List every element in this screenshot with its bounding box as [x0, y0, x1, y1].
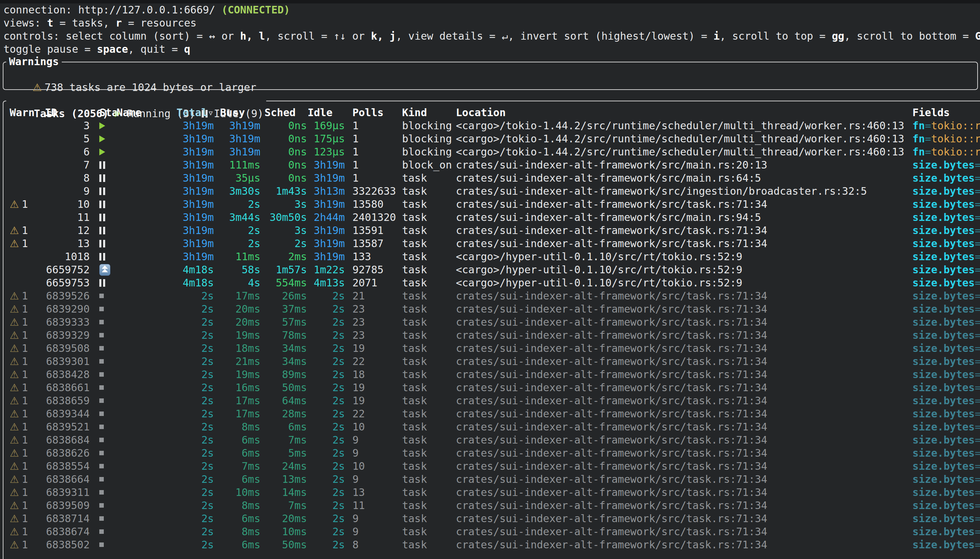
busy-cell: 3h19m	[214, 132, 260, 146]
task-row[interactable]: ⚠168386262s6ms5ms2s9taskcrates/sui-index…	[3, 447, 980, 460]
total-cell: 3h19m	[168, 146, 214, 159]
col-header-name[interactable]: Name	[117, 106, 168, 119]
col-header-state[interactable]: State	[89, 106, 117, 119]
task-row[interactable]: 73h19m111ms0ns3h19m1block_oncrates/sui-i…	[3, 159, 980, 172]
task-id-cell: 10	[41, 198, 89, 211]
location-cell: <cargo>/hyper-util-0.1.10/src/rt/tokio.r…	[452, 263, 912, 276]
sched-value: 64ms	[282, 395, 307, 407]
task-row[interactable]: 83h19m35µs0ns3h19m1taskcrates/sui-indexe…	[3, 172, 980, 185]
task-row[interactable]: ⚠168386612s16ms50ms2s19taskcrates/sui-in…	[3, 381, 980, 394]
stopped-icon	[99, 359, 104, 364]
idle-value: 2s	[333, 486, 345, 498]
col-header-warn[interactable]: Warn	[3, 106, 41, 119]
task-row[interactable]: 53h19m3h19m0ns175µs1blocking<cargo>/toki…	[3, 132, 980, 146]
col-header-sched[interactable]: Sched	[260, 106, 307, 119]
state-cell	[89, 289, 117, 303]
task-row[interactable]: ⚠168385022s6ms50ms2s8taskcrates/sui-inde…	[3, 538, 980, 551]
warning-icon: ⚠	[10, 526, 19, 538]
task-row[interactable]: ⚠168387142s6ms20ms2s9taskcrates/sui-inde…	[3, 512, 980, 525]
total-cell: 3h19m	[168, 250, 214, 263]
task-row[interactable]: ⚠168395262s17ms26ms2s21taskcrates/sui-in…	[3, 289, 980, 303]
busy-value: 19ms	[235, 369, 260, 380]
warn-cell: ⚠1	[3, 407, 41, 420]
task-row[interactable]: ⚠1103h19m2s3s3h19m13580taskcrates/sui-in…	[3, 198, 980, 211]
sched-value: 26ms	[282, 290, 307, 302]
task-row[interactable]: 66597524m18s58s1m57s1m22s92785task<cargo…	[3, 263, 980, 276]
task-row[interactable]: ⚠168385542s7ms24ms2s10taskcrates/sui-ind…	[3, 460, 980, 473]
task-row[interactable]: ⚠168386742s8ms10ms2s9taskcrates/sui-inde…	[3, 525, 980, 538]
col-header-kind[interactable]: Kind	[396, 106, 452, 119]
warning-icon: ⚠	[10, 421, 19, 433]
task-row[interactable]: ⚠168386642s6ms13ms2s9taskcrates/sui-inde…	[3, 473, 980, 486]
task-row[interactable]: ⚠168395092s8ms7ms2s11taskcrates/sui-inde…	[3, 499, 980, 512]
col-header-polls[interactable]: Polls	[345, 106, 396, 119]
field-key: size.bytes	[912, 460, 975, 472]
task-row[interactable]: 93h19m3m30s1m43s3h13m3322633taskcrates/s…	[3, 185, 980, 198]
total-value: 4m18s	[183, 264, 214, 276]
sched-value: 50ms	[282, 382, 307, 394]
warn-cell	[3, 172, 41, 185]
task-row[interactable]: ⚠168393332s20ms57ms2s23taskcrates/sui-in…	[3, 316, 980, 329]
task-row[interactable]: ⚠1123h19m2s3s3h19m13591taskcrates/sui-in…	[3, 224, 980, 237]
task-row[interactable]: 113h19m3m44s30m50s2h44m2401320taskcrates…	[3, 211, 980, 224]
field-key: size.bytes	[912, 499, 975, 511]
task-row[interactable]: ⚠168393112s10ms14ms2s13taskcrates/sui-in…	[3, 486, 980, 499]
task-row[interactable]: ⚠168393012s21ms34ms2s22taskcrates/sui-in…	[3, 355, 980, 368]
col-header-location[interactable]: Location	[452, 106, 912, 119]
task-row[interactable]: ⚠168393292s19ms78ms2s23taskcrates/sui-in…	[3, 329, 980, 342]
warn-cell: ⚠1	[3, 198, 41, 211]
task-row[interactable]: 10183h19m11ms2ms3h19m133task<cargo>/hype…	[3, 250, 980, 263]
task-row[interactable]: ⚠168393442s17ms28ms2s22taskcrates/sui-in…	[3, 407, 980, 420]
task-row[interactable]: ⚠168384282s19ms89ms2s18taskcrates/sui-in…	[3, 368, 980, 381]
task-row[interactable]: ⚠1133h19m2s2s3h19m13587taskcrates/sui-in…	[3, 237, 980, 250]
field-equals: =	[975, 211, 980, 223]
location-cell: crates/sui-indexer-alt-framework/src/tas…	[452, 289, 912, 303]
task-row[interactable]: ⚠168386842s6ms7ms2s9taskcrates/sui-index…	[3, 433, 980, 447]
fields-cell: size.bytes=	[912, 420, 980, 433]
name-cell	[117, 499, 168, 512]
warn-cell	[3, 263, 41, 276]
polls-cell: 19	[345, 394, 396, 407]
task-row[interactable]: 33h19m3h19m0ns169µs1blocking<cargo>/toki…	[3, 119, 980, 132]
task-row[interactable]: ⚠168392902s20ms37ms2s23taskcrates/sui-in…	[3, 303, 980, 316]
total-value: 2s	[201, 329, 214, 341]
name-cell	[117, 486, 168, 499]
status-line: connection: http://127.0.0.1:6669/ (CONN…	[3, 3, 980, 17]
warn-count: 1	[22, 342, 28, 354]
fields-cell: size.bytes=	[912, 198, 980, 211]
sched-cell: 0ns	[260, 146, 307, 159]
total-cell: 3h19m	[168, 119, 214, 132]
col-header-total[interactable]: Total▿	[168, 106, 214, 119]
idle-cell: 2s	[307, 316, 345, 329]
polls-cell: 92785	[345, 263, 396, 276]
col-header-fields[interactable]: Fields	[912, 106, 980, 119]
task-row[interactable]: 63h19m3h19m0ns123µs1blocking<cargo>/toki…	[3, 146, 980, 159]
total-cell: 3h19m	[168, 132, 214, 146]
task-row[interactable]: ⚠168395212s8ms6ms2s10taskcrates/sui-inde…	[3, 420, 980, 433]
warn-cell: ⚠1	[3, 525, 41, 538]
col-header-busy[interactable]: Busy	[214, 106, 260, 119]
total-value: 2s	[201, 526, 214, 538]
name-cell	[117, 407, 168, 420]
state-cell	[89, 447, 117, 460]
polls-cell: 1	[345, 146, 396, 159]
task-row[interactable]: 66597534m18s4s554ms4m13s2071task<cargo>/…	[3, 276, 980, 289]
idle-cell: 175µs	[307, 132, 345, 146]
idle-cell: 2s	[307, 329, 345, 342]
polls-cell: 19	[345, 342, 396, 355]
sched-value: 78ms	[282, 329, 307, 341]
task-id-cell: 6838714	[41, 512, 89, 525]
notified-icon	[99, 264, 110, 276]
name-cell	[117, 342, 168, 355]
col-header-id[interactable]: ID	[41, 106, 89, 119]
busy-cell: 21ms	[214, 355, 260, 368]
busy-value: 6ms	[242, 539, 260, 551]
task-row[interactable]: ⚠168386592s17ms64ms2s19taskcrates/sui-in…	[3, 394, 980, 407]
col-header-idle[interactable]: Idle	[307, 106, 345, 119]
warn-cell: ⚠1	[3, 447, 41, 460]
field-equals: =	[975, 473, 980, 485]
location-cell: crates/sui-indexer-alt-framework/src/tas…	[452, 355, 912, 368]
task-row[interactable]: ⚠168395082s18ms34ms2s19taskcrates/sui-in…	[3, 342, 980, 355]
field-equals: =	[975, 434, 980, 446]
polls-cell: 22	[345, 407, 396, 420]
